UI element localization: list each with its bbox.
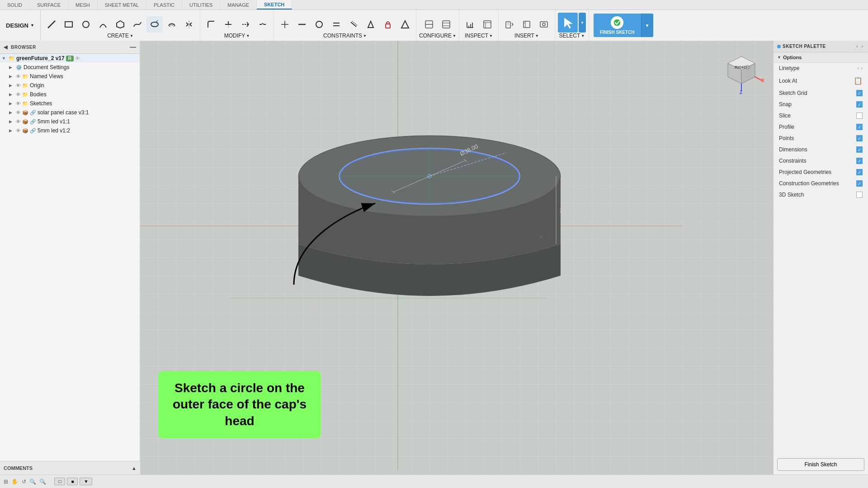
inspect-section-label[interactable]: INSPECT ▼: [465, 33, 493, 39]
design-caret-icon: ▼: [30, 23, 34, 28]
inspect-tool1[interactable]: [462, 16, 478, 33]
modify-section-label[interactable]: MODIFY ▼: [224, 33, 250, 39]
insert-tool3[interactable]: [536, 16, 552, 33]
profile-checkbox[interactable]: ✓: [856, 124, 863, 130]
named-views-label: Named Views: [30, 73, 63, 80]
line-tool[interactable]: [43, 16, 60, 33]
polygon-tool[interactable]: [112, 16, 128, 33]
mirror-tool[interactable]: [181, 16, 197, 33]
select-caret-btn[interactable]: ▼: [579, 13, 586, 33]
inspect-tool2[interactable]: [479, 16, 495, 33]
led1-expand-icon: ▶: [9, 119, 14, 124]
insert-section-label[interactable]: INSERT ▼: [514, 33, 539, 39]
tree-item-solar-panel[interactable]: ▶ 👁 📦 🔗 solar panel case v3:1: [0, 108, 140, 117]
horizontal-constraint[interactable]: [294, 16, 310, 33]
rectangle-tool[interactable]: [61, 16, 77, 33]
tree-root-item[interactable]: ▼ 📁 greenFuture_2 v17 R 👁: [0, 54, 140, 63]
palette-row-construction-geometries: Construction Geometries ✓: [774, 178, 868, 189]
tab-plastic[interactable]: PLASTIC: [146, 0, 182, 9]
lock-constraint[interactable]: [380, 16, 396, 33]
vertical-constraint[interactable]: [311, 16, 327, 33]
palette-next-btn[interactable]: ›: [860, 43, 864, 49]
slice-checkbox[interactable]: [856, 113, 863, 119]
tree-item-document-settings[interactable]: ▶ ⚙️ Document Settings: [0, 63, 140, 72]
constraints-checkbox[interactable]: ✓: [856, 158, 863, 164]
tree-item-led1[interactable]: ▶ 👁 📦 🔗 5mm led v1:1: [0, 117, 140, 126]
tab-manage[interactable]: MANAGE: [220, 0, 257, 9]
view-options-btn[interactable]: ▼: [80, 478, 92, 485]
3d-sketch-checkbox[interactable]: [856, 192, 863, 198]
tree-item-origin[interactable]: ▶ 👁 📁 Origin: [0, 81, 140, 90]
shaded-btn[interactable]: ■: [67, 478, 78, 485]
options-section-header[interactable]: ▼ Options: [774, 52, 868, 63]
extend-tool[interactable]: [237, 16, 254, 33]
palette-dot-icon: [777, 45, 781, 48]
wireframe-btn[interactable]: □: [54, 478, 65, 485]
circle-tool[interactable]: [78, 16, 94, 33]
viewport[interactable]: Ø38.00 25 50 ✕ Sketch a circle on the ou…: [140, 41, 773, 474]
create-section-label[interactable]: CREATE ▼: [107, 33, 133, 39]
finish-sketch-caret[interactable]: ▼: [641, 14, 653, 37]
design-button[interactable]: DESIGN ▼: [0, 10, 41, 41]
snap-checkbox[interactable]: ✓: [856, 101, 863, 108]
tree-item-sketches[interactable]: ▶ 👁 📁 Sketches: [0, 99, 140, 108]
tab-utilities[interactable]: UTILITIES: [182, 0, 220, 9]
tree-item-named-views[interactable]: ▶ 👁 📁 Named Views: [0, 72, 140, 81]
palette-row-sketch-grid: Sketch Grid ✓: [774, 88, 868, 99]
equal-constraint[interactable]: [328, 16, 344, 33]
configure-section-label[interactable]: CONFIGURE ▼: [419, 33, 456, 39]
insert-section: INSERT ▼: [499, 10, 555, 41]
linetype-forward-icon[interactable]: ›: [861, 65, 863, 71]
tab-sheet-metal[interactable]: SHEET METAL: [98, 0, 146, 9]
zoom-in-icon[interactable]: 🔍: [29, 479, 36, 485]
fillet-tool[interactable]: [203, 16, 219, 33]
constraints-section: CONSTRAINTS ▼: [274, 10, 416, 41]
zoom-out-icon[interactable]: 🔍: [39, 479, 46, 485]
named-views-expand-icon: ▶: [9, 74, 14, 79]
finish-sketch-button[interactable]: FINISH SKETCH: [594, 14, 641, 37]
parallel-constraint[interactable]: [345, 16, 362, 33]
pan-icon[interactable]: ✋: [11, 479, 18, 485]
tab-surface[interactable]: SURFACE: [30, 0, 68, 9]
tab-solid[interactable]: SOLID: [0, 0, 30, 9]
svg-text:50: 50: [312, 302, 318, 309]
root-version-chip: R: [66, 56, 74, 61]
offset-tool[interactable]: [164, 16, 180, 33]
look-at-calendar-icon[interactable]: 📋: [854, 76, 863, 85]
tangent-constraint[interactable]: [397, 16, 413, 33]
finish-sketch-palette-button[interactable]: Finish Sketch: [777, 458, 864, 471]
tab-mesh[interactable]: MESH: [68, 0, 98, 9]
grid-icon[interactable]: ⊞: [4, 479, 8, 485]
points-checkbox[interactable]: ✓: [856, 135, 863, 141]
linetype-back-icon[interactable]: ‹: [857, 65, 859, 71]
tab-sketch[interactable]: SKETCH: [257, 0, 292, 9]
ellipse-tool[interactable]: [146, 16, 163, 33]
perpendicular-constraint[interactable]: [363, 16, 379, 33]
configure-tool2[interactable]: [438, 16, 454, 33]
insert-tool1[interactable]: [501, 16, 518, 33]
inspect-tools-row: [462, 16, 495, 33]
projected-geometries-checkbox[interactable]: ✓: [856, 169, 863, 175]
orbit-icon[interactable]: ↺: [22, 479, 26, 485]
select-section-label[interactable]: SELECT ▼: [559, 33, 585, 39]
svg-text:25: 25: [560, 207, 566, 214]
sketch-grid-checkbox[interactable]: ✓: [856, 90, 863, 96]
arc-tool[interactable]: [95, 16, 111, 33]
fix-constraint[interactable]: [277, 16, 293, 33]
sidebar-minimize-icon[interactable]: —: [130, 43, 136, 51]
palette-prev-btn[interactable]: ‹: [855, 43, 859, 49]
configure-tool1[interactable]: [421, 16, 437, 33]
sidebar-collapse-icon[interactable]: ◀: [4, 44, 7, 50]
insert-tool2[interactable]: [519, 16, 535, 33]
constraints-section-label[interactable]: CONSTRAINTS ▼: [323, 33, 367, 39]
select-icon-btn[interactable]: [558, 13, 578, 33]
construction-geometries-checkbox[interactable]: ✓: [856, 180, 863, 187]
tree-item-led2[interactable]: ▶ 👁 📦 🔗 5mm led v1:2: [0, 126, 140, 135]
break-tool[interactable]: [255, 16, 271, 33]
trim-tool[interactable]: [220, 16, 236, 33]
spline-tool[interactable]: [129, 16, 146, 33]
viewcube[interactable]: RIGHT Z X: [719, 50, 764, 95]
tree-item-bodies[interactable]: ▶ 👁 📁 Bodies: [0, 90, 140, 99]
dimensions-checkbox[interactable]: ✓: [856, 146, 863, 153]
comments-expand-icon[interactable]: ▲: [132, 465, 137, 471]
